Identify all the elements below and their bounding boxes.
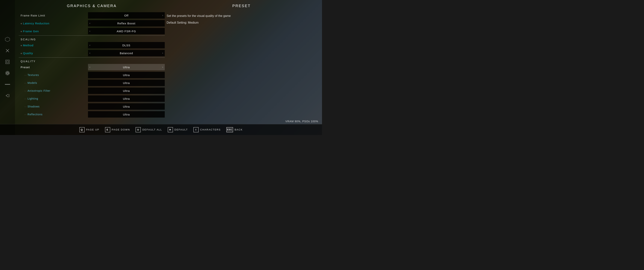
sidebar xyxy=(0,0,15,135)
setting-row-textures[interactable]: ···TexturesUltra xyxy=(19,71,165,79)
bottom-btn-characters[interactable]: ICHARACTERS xyxy=(194,127,221,132)
svg-rect-7 xyxy=(5,84,10,85)
info-panel: PRESET Set the presets for the visual qu… xyxy=(161,0,322,124)
section-header-quality: QUALITY xyxy=(19,58,165,64)
setting-label-text: Textures xyxy=(28,73,39,76)
setting-value-box[interactable]: ‹AMD FSR-FG xyxy=(88,28,165,34)
btn-label: PAGE UP xyxy=(86,128,100,131)
setting-row-anisotropic-filter[interactable]: ···Anisotropic FilterUltra xyxy=(19,87,165,94)
setting-value-box[interactable]: Ultra xyxy=(88,88,165,94)
key-icon-i: I xyxy=(194,127,199,132)
section-header-scaling: SCALING xyxy=(19,36,165,42)
bottom-btn-page-down[interactable]: EPAGE DOWN xyxy=(105,127,130,132)
arrow-left-icon[interactable]: ‹ xyxy=(90,22,90,25)
btn-label: BACK xyxy=(234,128,242,131)
setting-value-text: Ultra xyxy=(123,73,130,77)
svg-rect-3 xyxy=(6,60,9,64)
setting-value-text: Balanced xyxy=(120,52,133,55)
combat-icon[interactable] xyxy=(4,47,11,54)
setting-value-box[interactable]: Ultra xyxy=(88,80,165,86)
setting-value-box[interactable]: Ultra xyxy=(88,95,165,102)
setting-row-lighting[interactable]: ···LightingUltra xyxy=(19,95,165,102)
panel-title: GRAPHICS & CAMERA xyxy=(19,4,165,8)
skills-icon[interactable] xyxy=(4,58,11,66)
setting-label-text: Models xyxy=(28,81,37,84)
setting-label-text: Anisotropic Filter xyxy=(28,89,50,92)
setting-value-text: Ultra xyxy=(123,66,130,69)
bottom-btn-default-all[interactable]: UDEFAULT ALL xyxy=(136,127,162,132)
info-panel-description: Set the presets for the visual quality o… xyxy=(166,14,316,18)
setting-value-text: Ultra xyxy=(123,97,130,100)
svg-marker-0 xyxy=(5,37,10,42)
setting-value-box[interactable]: ‹DLSS xyxy=(88,42,165,48)
setting-label-text: Frame Gen xyxy=(23,30,39,33)
setting-row-method[interactable]: «Method‹DLSS xyxy=(19,42,165,49)
setting-row-frame-rate-limit[interactable]: Frame Rate LimitOff› xyxy=(19,12,165,19)
vram-indicator: VRAM 90%, PSOs 100% xyxy=(286,120,318,123)
setting-value-box[interactable]: Ultra xyxy=(88,111,165,117)
arrow-left-icon[interactable]: ‹ xyxy=(90,66,90,68)
setting-row-reflections[interactable]: ···ReflectionsUltra xyxy=(19,111,165,118)
setting-value-box[interactable]: Ultra xyxy=(88,72,165,78)
btn-label: CHARACTERS xyxy=(200,128,221,131)
setting-value-box[interactable]: Ultra xyxy=(88,103,165,110)
setting-label-text: Frame Rate Limit xyxy=(20,14,45,17)
setting-value-box[interactable]: ‹Balanced› xyxy=(88,50,165,56)
svg-point-6 xyxy=(6,71,9,75)
btn-label: PAGE DOWN xyxy=(112,128,130,131)
setting-value-text: Ultra xyxy=(123,81,130,85)
btn-label: DEFAULT ALL xyxy=(142,128,162,131)
setting-label-text: Preset xyxy=(20,66,30,69)
setting-label-text: Reflections xyxy=(28,113,42,116)
setting-label-text: Quality xyxy=(23,52,33,55)
setting-value-text: DLSS xyxy=(122,44,130,47)
key-icon-q: Q xyxy=(80,127,84,132)
bottom-btn-back[interactable]: ESCBACK xyxy=(226,127,242,132)
info-panel-default: Default Setting: Medium xyxy=(166,21,316,24)
setting-label-text: Latency Reduction xyxy=(23,22,50,25)
info-panel-title: PRESET xyxy=(166,4,316,8)
map-icon[interactable] xyxy=(4,36,11,43)
arrow-left-icon[interactable]: ‹ xyxy=(90,44,90,47)
arrow-left-icon[interactable]: ‹ xyxy=(90,52,90,54)
key-icon-esc: ESC xyxy=(226,127,233,132)
setting-value-box[interactable]: ‹Reflex Boost xyxy=(88,20,165,27)
key-icon-h: H xyxy=(168,127,173,132)
bottom-btn-default[interactable]: HDEFAULT xyxy=(168,127,188,132)
exit-icon[interactable] xyxy=(4,92,11,99)
svg-rect-4 xyxy=(6,61,8,63)
setting-value-box[interactable]: ‹Ultra› xyxy=(88,64,165,70)
settings-gear-icon[interactable] xyxy=(4,69,11,77)
setting-row-latency-reduction[interactable]: «Latency Reduction‹Reflex Boost xyxy=(19,20,165,27)
setting-row-shadows[interactable]: ···ShadowsUltra xyxy=(19,103,165,110)
setting-value-box[interactable]: Off› xyxy=(88,12,165,19)
svg-point-5 xyxy=(6,72,8,74)
video-icon[interactable] xyxy=(4,81,11,88)
arrow-left-icon[interactable]: ‹ xyxy=(90,30,90,33)
setting-value-text: Ultra xyxy=(123,113,130,116)
setting-row-frame-gen[interactable]: «Frame Gen‹AMD FSR-FG xyxy=(19,28,165,35)
setting-value-text: Ultra xyxy=(123,89,130,92)
key-icon-u: U xyxy=(136,127,141,132)
setting-label-text: Method xyxy=(23,44,34,47)
settings-panel: GRAPHICS & CAMERA Frame Rate LimitOff›«L… xyxy=(15,0,168,124)
setting-label-text: Lighting xyxy=(28,97,38,100)
bottom-bar: QPAGE UPEPAGE DOWNUDEFAULT ALLHDEFAULTIC… xyxy=(0,124,322,135)
setting-row-preset[interactable]: Preset‹Ultra› xyxy=(19,64,165,71)
setting-value-text: Ultra xyxy=(123,105,130,108)
setting-row-models[interactable]: ···ModelsUltra xyxy=(19,79,165,86)
btn-label: DEFAULT xyxy=(174,128,188,131)
bottom-btn-page-up[interactable]: QPAGE UP xyxy=(80,127,100,132)
setting-value-text: Off xyxy=(124,14,128,17)
setting-value-text: Reflex Boost xyxy=(117,22,135,25)
setting-row-quality[interactable]: «Quality‹Balanced› xyxy=(19,50,165,57)
setting-label-text: Shadows xyxy=(28,105,40,108)
key-icon-e: E xyxy=(105,127,110,132)
setting-value-text: AMD FSR-FG xyxy=(117,30,136,33)
